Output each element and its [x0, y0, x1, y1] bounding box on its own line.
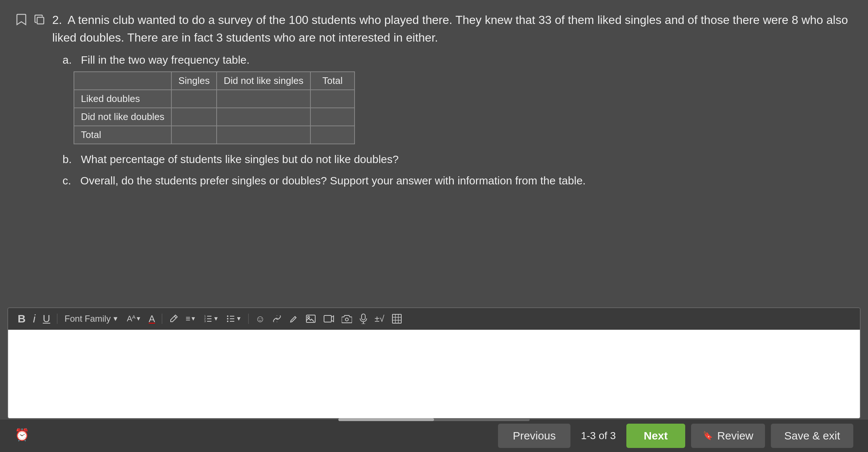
- question-body: A tennis club wanted to do a survey of t…: [52, 13, 848, 44]
- font-family-label: Font Family: [65, 314, 111, 324]
- list-ordered-button[interactable]: 1 2 3 ▼: [201, 312, 221, 325]
- table-header-didnotlike: Did not like singles: [217, 72, 310, 90]
- table-button[interactable]: [389, 312, 404, 325]
- bold-button[interactable]: B: [15, 312, 28, 326]
- previous-button[interactable]: Previous: [498, 424, 570, 448]
- font-size-button[interactable]: Aᴬ▼: [125, 313, 144, 324]
- table-header-total: Total: [310, 72, 355, 90]
- sub-question-b-label: b. What percentage of students like sing…: [63, 153, 853, 166]
- svg-rect-17: [362, 314, 365, 320]
- brush-button[interactable]: [167, 312, 181, 325]
- table-row-total: Total: [74, 126, 355, 144]
- emoji-button[interactable]: ☺: [253, 312, 267, 325]
- review-bookmark-icon: 🔖: [703, 431, 713, 441]
- editor-container: B i U Font Family ▼ Aᴬ▼ A ≡▼ 1 2 3: [7, 307, 861, 419]
- table-header-empty: [74, 72, 171, 90]
- progress-bar-fill: [338, 418, 434, 421]
- image-button[interactable]: [303, 313, 318, 325]
- sub-question-b: b. What percentage of students like sing…: [63, 153, 853, 166]
- table-cell-dnd-singles: [171, 108, 217, 126]
- table-cell-dnd-total: [310, 108, 355, 126]
- font-family-chevron-icon: ▼: [112, 315, 119, 323]
- table-cell-ld-total: [310, 90, 355, 108]
- toolbar-divider-3: [248, 314, 249, 324]
- camera-button[interactable]: [339, 313, 354, 325]
- review-button[interactable]: 🔖 Review: [691, 424, 765, 448]
- table-cell-ld-singles: [171, 90, 217, 108]
- svg-point-16: [345, 318, 348, 321]
- font-color-button[interactable]: A: [146, 312, 157, 325]
- table-cell-t-total: [310, 126, 355, 144]
- table-cell-t-didnotlike: [217, 126, 310, 144]
- underline-button[interactable]: U: [40, 312, 52, 325]
- bottom-bar: ⏰ Previous 1-3 of 3 Next 🔖 Review Save &…: [0, 420, 868, 452]
- question-text: 2. A tennis club wanted to do a survey o…: [52, 11, 853, 46]
- table-cell-liked-doubles-label: Liked doubles: [74, 90, 171, 108]
- review-label: Review: [717, 430, 753, 442]
- table-cell-dnd-didnotlike: [217, 108, 310, 126]
- table-row-didnotlike-doubles: Did not like doubles: [74, 108, 355, 126]
- svg-rect-15: [324, 315, 331, 322]
- clock-container: ⏰: [15, 428, 29, 442]
- svg-text:3: 3: [204, 319, 206, 323]
- list-bullet-button[interactable]: ▼: [224, 312, 244, 325]
- toolbar: B i U Font Family ▼ Aᴬ▼ A ≡▼ 1 2 3: [8, 308, 860, 330]
- sub-question-a: a. Fill in the two way frequency table. …: [63, 54, 853, 144]
- next-button[interactable]: Next: [626, 424, 685, 448]
- align-button[interactable]: ≡▼: [184, 313, 199, 324]
- font-family-selector[interactable]: Font Family ▼: [62, 312, 122, 325]
- sub-question-c: c. Overall, do the students prefer singl…: [63, 174, 853, 187]
- table-cell-didnotlike-doubles-label: Did not like doubles: [74, 108, 171, 126]
- question-header: 2. A tennis club wanted to do a survey o…: [15, 11, 853, 46]
- svg-rect-20: [392, 314, 401, 323]
- question-number: 2.: [52, 13, 62, 27]
- italic-button[interactable]: i: [31, 312, 38, 326]
- copy-icon[interactable]: [33, 13, 46, 27]
- toolbar-divider-1: [57, 314, 57, 324]
- svg-point-9: [227, 321, 228, 322]
- pen-button[interactable]: [287, 313, 300, 325]
- table-cell-t-singles: [171, 126, 217, 144]
- link-button[interactable]: [270, 314, 284, 324]
- table-row-liked-doubles: Liked doubles: [74, 90, 355, 108]
- table-cell-ld-didnotlike: [217, 90, 310, 108]
- svg-point-7: [227, 315, 228, 317]
- save-exit-button[interactable]: Save & exit: [771, 424, 853, 448]
- editor-area[interactable]: [8, 330, 860, 418]
- frequency-table: Singles Did not like singles Total Liked…: [74, 71, 355, 144]
- toolbar-divider-2: [162, 314, 162, 324]
- formula-button[interactable]: ±√: [373, 313, 387, 325]
- page-info: 1-3 of 3: [576, 430, 620, 442]
- sub-question-c-label: c. Overall, do the students prefer singl…: [63, 174, 853, 187]
- mic-button[interactable]: [357, 312, 370, 325]
- sub-question-a-label: a. Fill in the two way frequency table.: [63, 54, 853, 66]
- progress-bar-container: [338, 418, 530, 421]
- table-header-singles: Singles: [171, 72, 217, 90]
- clock-icon: ⏰: [15, 428, 29, 441]
- svg-rect-0: [37, 17, 44, 24]
- bookmark-icon[interactable]: [15, 13, 28, 27]
- sub-questions: a. Fill in the two way frequency table. …: [15, 54, 853, 187]
- video-button[interactable]: [321, 313, 337, 324]
- table-cell-total-label: Total: [74, 126, 171, 144]
- svg-point-8: [227, 318, 228, 319]
